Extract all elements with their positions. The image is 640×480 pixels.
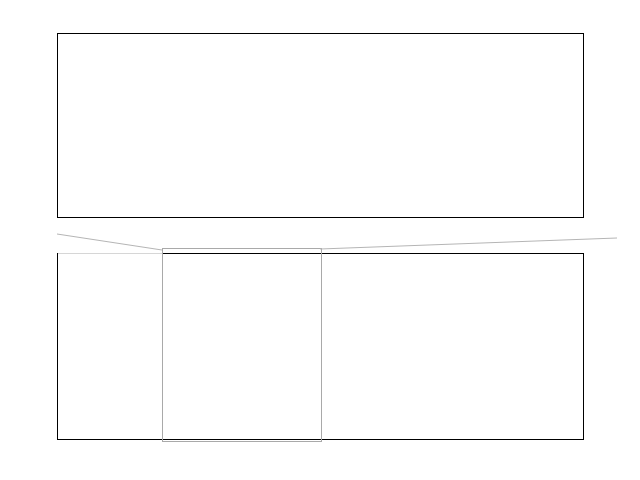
spectrogram-canvas-top[interactable]	[58, 42, 583, 212]
zoom-selection-box[interactable]	[162, 248, 322, 442]
colorbar-gradient-bottom	[590, 253, 603, 440]
zoom-connector-left	[57, 234, 162, 250]
context-dimmed-region-right	[320, 255, 583, 439]
context-dimmed-region-left	[58, 253, 162, 439]
zoomed-spectrogram-plot	[57, 33, 584, 218]
zoom-connector-right	[320, 238, 617, 249]
colorbar-bottom	[590, 253, 603, 440]
spectrogram-figure	[0, 0, 640, 480]
colorbar-top	[590, 33, 603, 218]
colorbar-gradient-top	[590, 33, 603, 218]
